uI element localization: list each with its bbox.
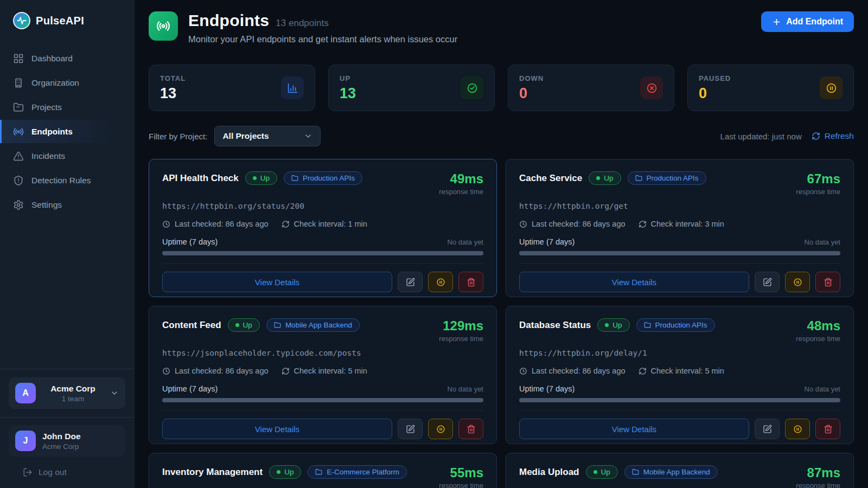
add-endpoint-button[interactable]: Add Endpoint <box>761 11 854 32</box>
delete-endpoint-button[interactable] <box>815 419 840 439</box>
response-time-value: 55ms <box>439 465 483 480</box>
view-details-button[interactable]: View Details <box>162 272 392 292</box>
filter-row: Filter by Project: All Projects Last upd… <box>149 126 854 146</box>
project-badge[interactable]: Production APIs <box>636 318 715 332</box>
clock-icon <box>519 220 527 228</box>
user-name: John Doe <box>42 432 81 441</box>
stat-card-down: DOWN 0 <box>508 65 674 111</box>
sidebar-item-label: Organization <box>31 78 79 88</box>
stat-label: PAUSED <box>699 74 731 82</box>
clock-icon <box>162 367 170 375</box>
org-switcher[interactable]: A Acme Corp 1 team <box>9 377 125 409</box>
response-time-label: response time <box>439 188 483 196</box>
pause-circle-icon <box>436 425 445 434</box>
logout-button[interactable]: Log out <box>17 457 117 488</box>
logout-label: Log out <box>39 467 67 477</box>
uptime-status: No data yet <box>448 385 484 393</box>
endpoint-card: API Health Check Up Production APIs 49ms… <box>149 159 497 297</box>
endpoints-icon <box>13 126 24 137</box>
org-name: Acme Corp <box>36 384 110 394</box>
pause-endpoint-button[interactable] <box>428 419 453 439</box>
project-badge[interactable]: E-Commerce Platform <box>308 465 407 479</box>
edit-endpoint-button[interactable] <box>755 272 780 292</box>
folder-icon <box>315 468 322 476</box>
endpoint-url: https://jsonplaceholder.typicode.com/pos… <box>162 349 483 357</box>
stat-value: 0 <box>699 85 731 102</box>
detection-rules-icon <box>13 175 24 186</box>
refresh-button[interactable]: Refresh <box>812 131 854 141</box>
sidebar-item-label: Detection Rules <box>31 176 91 185</box>
sidebar-nav: Dashboard Organization Projects Endpoint… <box>0 47 134 216</box>
page-subtitle: Monitor your API endpoints and get insta… <box>188 34 457 44</box>
response-time-value: 49ms <box>439 171 483 187</box>
check-interval: Check interval: 1 min <box>282 220 367 228</box>
check-interval: Check interval: 5 min <box>282 367 367 375</box>
status-badge: Up <box>228 318 260 332</box>
sidebar-item-incidents[interactable]: Incidents <box>0 144 134 168</box>
project-filter-select[interactable]: All Projects <box>214 126 321 146</box>
pause-endpoint-button[interactable] <box>785 272 810 292</box>
edit-endpoint-button[interactable] <box>398 272 423 292</box>
project-badge[interactable]: Production APIs <box>628 171 706 185</box>
sidebar-item-dashboard[interactable]: Dashboard <box>0 47 134 70</box>
response-time-label: response time <box>439 335 483 343</box>
edit-icon <box>763 278 772 287</box>
sidebar-item-endpoints[interactable]: Endpoints <box>0 120 134 143</box>
status-badge: Up <box>245 171 277 185</box>
edit-endpoint-button[interactable] <box>755 419 780 439</box>
page-header: Endpoints 13 endpoints Monitor your API … <box>149 11 854 44</box>
uptime-status: No data yet <box>448 238 484 246</box>
pause-circle-icon <box>793 425 802 434</box>
endpoint-name: API Health Check <box>162 173 239 184</box>
project-badge[interactable]: Mobile App Backend <box>624 465 718 479</box>
settings-icon <box>13 200 24 210</box>
status-dot <box>253 176 257 180</box>
uptime-progress-bar <box>162 398 483 402</box>
dashboard-icon <box>13 53 24 64</box>
endpoint-name: Media Upload <box>519 467 579 478</box>
pause-circle-icon <box>436 278 445 287</box>
status-dot <box>593 470 597 474</box>
response-time-label: response time <box>796 481 840 488</box>
status-dot <box>596 176 600 180</box>
edit-endpoint-button[interactable] <box>398 419 423 439</box>
app-logo: PulseAPI <box>0 0 134 35</box>
stat-card-up: UP 13 <box>328 65 495 111</box>
trash-icon <box>824 278 833 287</box>
trash-icon <box>467 425 476 434</box>
stat-label: DOWN <box>519 74 544 82</box>
uptime-progress-bar <box>162 251 483 255</box>
endpoint-card: Cache Service Up Production APIs 67ms re… <box>506 159 854 297</box>
project-filter-value: All Projects <box>222 131 269 141</box>
user-profile[interactable]: J John Doe Acme Corp <box>9 425 125 457</box>
user-section: J John Doe Acme Corp Log out <box>0 417 134 488</box>
delete-endpoint-button[interactable] <box>815 272 840 292</box>
sidebar-item-organization[interactable]: Organization <box>0 71 134 94</box>
view-details-button[interactable]: View Details <box>162 419 392 439</box>
sidebar-item-settings[interactable]: Settings <box>0 193 134 216</box>
sidebar-item-projects[interactable]: Projects <box>0 95 134 119</box>
endpoint-name: Content Feed <box>162 320 221 331</box>
project-badge[interactable]: Production APIs <box>284 171 362 185</box>
stats-row: TOTAL 13 UP 13 DOWN 0 <box>149 65 854 111</box>
uptime-progress-bar <box>519 398 840 402</box>
view-details-button[interactable]: View Details <box>519 419 749 439</box>
delete-endpoint-button[interactable] <box>458 272 483 292</box>
pause-endpoint-button[interactable] <box>428 272 453 292</box>
project-badge[interactable]: Mobile App Backend <box>266 318 360 332</box>
view-details-button[interactable]: View Details <box>519 272 749 292</box>
delete-endpoint-button[interactable] <box>458 419 483 439</box>
projects-icon <box>13 102 24 113</box>
uptime-label: Uptime (7 days) <box>162 237 218 246</box>
sidebar: PulseAPI Dashboard Organization Projects… <box>0 0 135 488</box>
pause-endpoint-button[interactable] <box>785 419 810 439</box>
pause-circle-icon <box>793 278 802 287</box>
endpoint-name: Cache Service <box>519 173 582 184</box>
status-dot <box>277 470 280 474</box>
bar-chart-icon <box>281 76 304 99</box>
status-dot <box>605 323 609 327</box>
endpoint-cards-grid: API Health Check Up Production APIs 49ms… <box>149 159 854 488</box>
sidebar-item-detection-rules[interactable]: Detection Rules <box>0 169 134 192</box>
uptime-status: No data yet <box>805 238 841 246</box>
org-meta: 1 team <box>36 395 110 403</box>
